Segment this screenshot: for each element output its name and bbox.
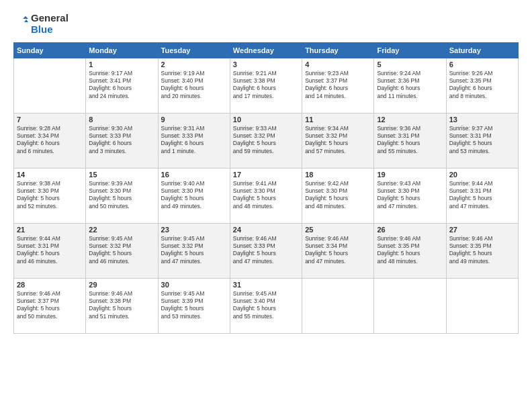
svg-marker-1 <box>24 19 28 22</box>
day-info: Sunrise: 9:31 AM Sunset: 3:33 PM Dayligh… <box>161 125 227 156</box>
table-row: 16Sunrise: 9:40 AM Sunset: 3:30 PM Dayli… <box>158 168 230 223</box>
day-number: 12 <box>377 116 443 124</box>
col-friday: Friday <box>374 42 446 58</box>
day-number: 21 <box>17 226 83 234</box>
table-row: 10Sunrise: 9:33 AM Sunset: 3:32 PM Dayli… <box>230 113 302 168</box>
day-number: 28 <box>17 281 83 289</box>
table-row: 15Sunrise: 9:39 AM Sunset: 3:30 PM Dayli… <box>86 168 158 223</box>
day-info: Sunrise: 9:45 AM Sunset: 3:39 PM Dayligh… <box>161 290 227 321</box>
calendar-week-4: 28Sunrise: 9:46 AM Sunset: 3:37 PM Dayli… <box>14 278 519 333</box>
table-row: 3Sunrise: 9:21 AM Sunset: 3:38 PM Daylig… <box>230 58 302 113</box>
day-info: Sunrise: 9:46 AM Sunset: 3:35 PM Dayligh… <box>449 235 515 266</box>
day-info: Sunrise: 9:44 AM Sunset: 3:31 PM Dayligh… <box>449 180 515 211</box>
day-number: 31 <box>233 281 299 289</box>
col-thursday: Thursday <box>302 42 374 58</box>
day-number: 18 <box>305 171 371 179</box>
day-info: Sunrise: 9:33 AM Sunset: 3:32 PM Dayligh… <box>233 125 299 156</box>
day-number: 16 <box>161 171 227 179</box>
col-saturday: Saturday <box>446 42 518 58</box>
table-row: 19Sunrise: 9:43 AM Sunset: 3:30 PM Dayli… <box>374 168 446 223</box>
day-info: Sunrise: 9:23 AM Sunset: 3:37 PM Dayligh… <box>305 70 371 101</box>
table-row: 9Sunrise: 9:31 AM Sunset: 3:33 PM Daylig… <box>158 113 230 168</box>
logo-blue-label: Blue <box>31 24 69 35</box>
day-number: 26 <box>377 226 443 234</box>
table-row: 24Sunrise: 9:46 AM Sunset: 3:33 PM Dayli… <box>230 223 302 278</box>
table-row: 8Sunrise: 9:30 AM Sunset: 3:33 PM Daylig… <box>86 113 158 168</box>
table-row: 18Sunrise: 9:42 AM Sunset: 3:30 PM Dayli… <box>302 168 374 223</box>
day-info: Sunrise: 9:19 AM Sunset: 3:40 PM Dayligh… <box>161 70 227 101</box>
col-tuesday: Tuesday <box>158 42 230 58</box>
day-number: 19 <box>377 171 443 179</box>
table-row <box>14 58 86 113</box>
day-number: 14 <box>17 171 83 179</box>
day-number: 2 <box>161 60 227 68</box>
day-info: Sunrise: 9:43 AM Sunset: 3:30 PM Dayligh… <box>377 180 443 211</box>
day-number: 9 <box>161 116 227 124</box>
logo-bird-icon <box>13 16 28 31</box>
header: General Blue <box>13 12 519 36</box>
day-number: 22 <box>89 226 154 234</box>
table-row: 22Sunrise: 9:45 AM Sunset: 3:32 PM Dayli… <box>86 223 158 278</box>
table-row: 23Sunrise: 9:45 AM Sunset: 3:32 PM Dayli… <box>158 223 230 278</box>
table-row: 5Sunrise: 9:24 AM Sunset: 3:36 PM Daylig… <box>374 58 446 113</box>
table-row: 7Sunrise: 9:28 AM Sunset: 3:34 PM Daylig… <box>14 113 86 168</box>
day-info: Sunrise: 9:46 AM Sunset: 3:33 PM Dayligh… <box>233 235 299 266</box>
day-number: 10 <box>233 116 299 124</box>
table-row: 6Sunrise: 9:26 AM Sunset: 3:35 PM Daylig… <box>446 58 518 113</box>
day-info: Sunrise: 9:26 AM Sunset: 3:35 PM Dayligh… <box>449 70 515 101</box>
day-info: Sunrise: 9:28 AM Sunset: 3:34 PM Dayligh… <box>17 125 83 156</box>
col-sunday: Sunday <box>14 42 86 58</box>
table-row <box>374 278 446 333</box>
day-number: 7 <box>17 116 83 124</box>
day-number: 11 <box>305 116 371 124</box>
calendar-header-row: Sunday Monday Tuesday Wednesday Thursday… <box>14 42 519 58</box>
day-info: Sunrise: 9:24 AM Sunset: 3:36 PM Dayligh… <box>377 70 443 101</box>
col-wednesday: Wednesday <box>230 42 302 58</box>
day-info: Sunrise: 9:36 AM Sunset: 3:31 PM Dayligh… <box>377 125 443 156</box>
svg-marker-0 <box>23 16 28 19</box>
table-row: 4Sunrise: 9:23 AM Sunset: 3:37 PM Daylig… <box>302 58 374 113</box>
table-row: 20Sunrise: 9:44 AM Sunset: 3:31 PM Dayli… <box>446 168 518 223</box>
table-row: 1Sunrise: 9:17 AM Sunset: 3:41 PM Daylig… <box>86 58 158 113</box>
day-number: 1 <box>89 60 154 68</box>
day-number: 30 <box>161 281 227 289</box>
day-number: 25 <box>305 226 371 234</box>
day-number: 23 <box>161 226 227 234</box>
table-row: 12Sunrise: 9:36 AM Sunset: 3:31 PM Dayli… <box>374 113 446 168</box>
table-row: 29Sunrise: 9:46 AM Sunset: 3:38 PM Dayli… <box>86 278 158 333</box>
day-info: Sunrise: 9:45 AM Sunset: 3:40 PM Dayligh… <box>233 290 299 321</box>
calendar-week-2: 14Sunrise: 9:38 AM Sunset: 3:30 PM Dayli… <box>14 168 519 223</box>
day-info: Sunrise: 9:46 AM Sunset: 3:38 PM Dayligh… <box>89 290 154 321</box>
day-info: Sunrise: 9:38 AM Sunset: 3:30 PM Dayligh… <box>17 180 83 211</box>
table-row: 17Sunrise: 9:41 AM Sunset: 3:30 PM Dayli… <box>230 168 302 223</box>
logo-general-label: General <box>31 12 69 24</box>
day-info: Sunrise: 9:45 AM Sunset: 3:32 PM Dayligh… <box>89 235 154 266</box>
day-number: 24 <box>233 226 299 234</box>
day-number: 20 <box>449 171 515 179</box>
day-number: 27 <box>449 226 515 234</box>
day-info: Sunrise: 9:45 AM Sunset: 3:32 PM Dayligh… <box>161 235 227 266</box>
calendar-week-3: 21Sunrise: 9:44 AM Sunset: 3:31 PM Dayli… <box>14 223 519 278</box>
day-info: Sunrise: 9:34 AM Sunset: 3:32 PM Dayligh… <box>305 125 371 156</box>
day-number: 6 <box>449 60 515 68</box>
table-row: 26Sunrise: 9:46 AM Sunset: 3:35 PM Dayli… <box>374 223 446 278</box>
col-monday: Monday <box>86 42 158 58</box>
day-number: 4 <box>305 60 371 68</box>
day-number: 5 <box>377 60 443 68</box>
table-row: 2Sunrise: 9:19 AM Sunset: 3:40 PM Daylig… <box>158 58 230 113</box>
table-row: 21Sunrise: 9:44 AM Sunset: 3:31 PM Dayli… <box>14 223 86 278</box>
table-row: 13Sunrise: 9:37 AM Sunset: 3:31 PM Dayli… <box>446 113 518 168</box>
day-info: Sunrise: 9:44 AM Sunset: 3:31 PM Dayligh… <box>17 235 83 266</box>
day-info: Sunrise: 9:46 AM Sunset: 3:37 PM Dayligh… <box>17 290 83 321</box>
table-row: 27Sunrise: 9:46 AM Sunset: 3:35 PM Dayli… <box>446 223 518 278</box>
calendar-week-0: 1Sunrise: 9:17 AM Sunset: 3:41 PM Daylig… <box>14 58 519 113</box>
day-number: 29 <box>89 281 154 289</box>
table-row: 30Sunrise: 9:45 AM Sunset: 3:39 PM Dayli… <box>158 278 230 333</box>
day-info: Sunrise: 9:40 AM Sunset: 3:30 PM Dayligh… <box>161 180 227 211</box>
day-info: Sunrise: 9:30 AM Sunset: 3:33 PM Dayligh… <box>89 125 154 156</box>
day-number: 15 <box>89 171 154 179</box>
table-row <box>446 278 518 333</box>
day-info: Sunrise: 9:37 AM Sunset: 3:31 PM Dayligh… <box>449 125 515 156</box>
day-number: 17 <box>233 171 299 179</box>
calendar-table: Sunday Monday Tuesday Wednesday Thursday… <box>13 42 519 334</box>
